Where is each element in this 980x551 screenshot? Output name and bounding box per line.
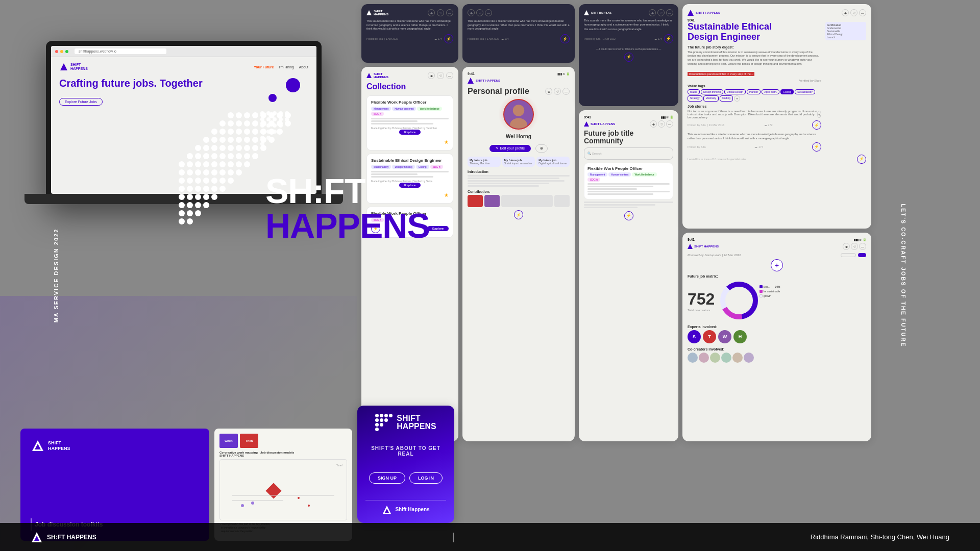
add-tag-btn[interactable]: + (734, 95, 740, 102)
sticky-then: Then (240, 434, 258, 448)
sh-app-logo: SHiFT HAPPENS (375, 414, 436, 431)
story-edit[interactable]: ✎ (817, 111, 821, 118)
profile-lightning[interactable]: ⚡ (514, 210, 523, 219)
tag-design: Design thinking (392, 165, 414, 169)
collection-title: Collection (366, 82, 453, 91)
site-hero-title: Crafting future jobs. Together (59, 78, 242, 89)
tag-management: Management (371, 107, 391, 111)
svg-point-33 (510, 118, 527, 130)
browser-chrome: shifthappens.webflow.io (51, 46, 316, 57)
intro-lines (468, 175, 570, 187)
star-1: ★ (444, 139, 449, 145)
job-tags-1: Management Human-centered Work life bala… (371, 107, 449, 116)
se-icon-1[interactable]: ⊕ (842, 9, 849, 16)
fjc-icon-1[interactable]: ⊕ (650, 120, 657, 128)
job-lines-1 (371, 118, 449, 124)
dark-card-2: ⊕ ♡ ⋯ This sounds more like a role for s… (462, 4, 575, 63)
job-card-mini-1: My future job Thinking Machine (468, 157, 501, 167)
nav-link-hiring[interactable]: I'm Hiring (279, 65, 293, 69)
profile-icon-2[interactable]: ♡ (554, 88, 561, 95)
fjc-title: Future job titleCommunity (584, 130, 673, 145)
sh-app-name: SHiFT HAPPENS (397, 414, 436, 431)
story-lightning-2[interactable]: ⚡ (624, 53, 633, 62)
collection-card: SHIFTHAPPENS ⊕ ♡ ⋯ Collection Flexible W… (361, 67, 458, 441)
bottom-bar: SH:FT HAPPENS | Riddhima Ramnani, Shi-to… (0, 523, 980, 551)
fjc-icon-2[interactable]: ♡ (658, 120, 665, 128)
site-nav-links: Your Future I'm Hiring About (254, 65, 308, 69)
heart-icon[interactable]: ♡ (437, 9, 444, 16)
nav-link-your-future[interactable]: Your Future (254, 65, 274, 69)
fm-icon-1[interactable]: ⊕ (843, 243, 850, 250)
nav-link-about[interactable]: About (299, 65, 308, 69)
browser-dot-red (55, 50, 58, 53)
expert-s: S (688, 330, 701, 343)
story-icon-1[interactable]: ⊕ (649, 9, 656, 16)
story-icon-3[interactable]: ⋯ (666, 9, 673, 16)
add-matrix-btn[interactable]: + (771, 259, 783, 271)
tag-sustainability: Sustainability (371, 165, 391, 169)
profile-icon-1[interactable]: ⊕ (545, 88, 552, 95)
share-icon[interactable]: ⊕ (428, 72, 435, 79)
profile-share-btn[interactable]: ⊕ (535, 144, 548, 153)
fm-icon-2[interactable]: ♡ (851, 243, 858, 250)
svg-point-29 (251, 502, 254, 505)
tag-coding: Coding (416, 165, 429, 169)
lightning-btn[interactable]: ⚡ (444, 34, 453, 43)
se-icon-2[interactable]: ♡ (850, 9, 857, 16)
fjc-icon-3[interactable]: ⋯ (666, 120, 673, 128)
card-purple-logo: SHIFT HAPPENS (31, 439, 199, 453)
edit-profile-btn[interactable]: ✎ Edit your profile (489, 145, 531, 152)
log-in-btn[interactable]: LOG IN (409, 472, 443, 484)
share-icon[interactable]: ⊕ (428, 9, 435, 16)
fm-icon-3[interactable]: ⋯ (859, 243, 866, 250)
shift-happens-logo-text: SH:FT HAPPENS (265, 173, 430, 243)
story-ln-2[interactable]: ⚡ (812, 142, 821, 152)
bottom-logo-text: SH:FT HAPPENS (47, 534, 96, 541)
site-hero-text: Crafting future jobs. Together Explore F… (59, 78, 242, 106)
story-lightning[interactable]: ⚡ (664, 34, 673, 43)
svg-point-28 (241, 504, 244, 507)
tag-sdg: SDG ft (371, 112, 384, 116)
sh-bottom-logo: Shift Happens (365, 500, 446, 515)
lightning-2[interactable]: ⚡ (560, 34, 570, 43)
story-ln[interactable]: ⚡ (812, 120, 821, 130)
story-icon-2[interactable]: ♡ (657, 9, 665, 16)
se-highlight: Introduction is paramount that in every … (688, 72, 754, 76)
shift-text: SH:FT (265, 173, 430, 208)
svg-point-1 (286, 78, 300, 92)
sh-brand-name: Shift Happens (395, 507, 429, 512)
introduction-label: Introduction (468, 170, 570, 173)
dark-top-card: SHIFTHAPPENS ⊕ ♡ ⋯ This sounds more like… (361, 4, 458, 63)
story-card: SHIFT HAPPENS ⊕ ♡ ⋯ This sounds more lik… (579, 4, 678, 106)
icon-c3[interactable]: ⋯ (485, 9, 492, 16)
fjc-lightning[interactable]: ⚡ (624, 211, 633, 220)
svg-marker-0 (60, 63, 67, 70)
explore-future-jobs-button[interactable]: Explore Future Jobs (59, 98, 103, 106)
sticky-when: when (219, 434, 238, 448)
se-lightning[interactable]: ⚡ (857, 155, 866, 164)
personal-profile-card: 9:41 ▮▮▮ ≋ 🔋 SHIFT HAPPENS Personal prof… (462, 67, 575, 441)
svg-point-2 (268, 94, 277, 102)
profile-avatar-area (468, 99, 570, 130)
sign-up-btn[interactable]: SIGN UP (369, 472, 405, 484)
svg-rect-25 (265, 483, 281, 498)
experts-row: S T W H (688, 330, 866, 343)
collection-header: SHIFTHAPPENS ⊕ ♡ ⋯ (366, 72, 453, 79)
svg-point-30 (298, 497, 300, 499)
se-icon-3[interactable]: ⋯ (859, 9, 866, 16)
bottom-credits: Riddhima Ramnani, Shi-tong Chen, Wei Hua… (811, 533, 949, 541)
job-title-2: Sustainable Ethical Design Engineer (371, 158, 449, 163)
fjc-listing: Flexible Work People Officer Management … (584, 163, 673, 199)
icon-c2[interactable]: ♡ (476, 9, 483, 16)
sh-logo-icon (382, 505, 392, 515)
more-icon[interactable]: ⋯ (446, 72, 453, 79)
heart-icon[interactable]: ♡ (437, 72, 444, 79)
se-title: Sustainable EthicalDesign Engineer (688, 22, 821, 42)
fjc-more-lines (584, 202, 673, 208)
more-icon[interactable]: ⋯ (446, 9, 453, 16)
icon-c1[interactable]: ⊕ (468, 9, 475, 16)
explore-btn-1[interactable]: Explore (399, 130, 421, 135)
browser-dot-yellow (60, 50, 63, 53)
profile-icon-3[interactable]: ⋯ (562, 88, 570, 95)
explore-btn-3[interactable]: Explore (427, 226, 449, 231)
